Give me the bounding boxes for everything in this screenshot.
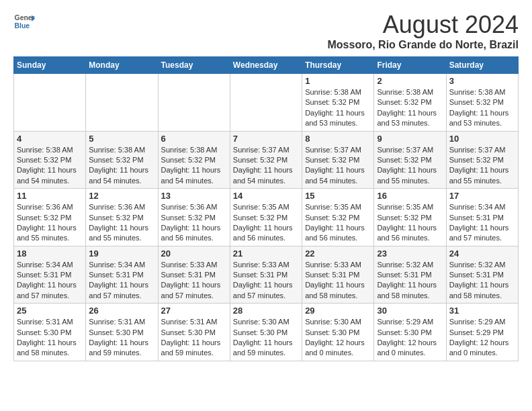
svg-text:Blue: Blue	[15, 22, 30, 30]
calendar-week-row: 18Sunrise: 5:34 AM Sunset: 5:31 PM Dayli…	[14, 246, 519, 304]
day-number: 27	[161, 306, 227, 316]
day-number: 16	[377, 191, 443, 201]
day-number: 30	[377, 306, 443, 316]
table-row: 21Sunrise: 5:33 AM Sunset: 5:31 PM Dayli…	[230, 246, 302, 304]
day-info: Sunrise: 5:37 AM Sunset: 5:32 PM Dayligh…	[233, 145, 299, 187]
day-info: Sunrise: 5:30 AM Sunset: 5:30 PM Dayligh…	[305, 317, 371, 359]
table-row: 5Sunrise: 5:38 AM Sunset: 5:32 PM Daylig…	[86, 131, 158, 189]
table-row: 2Sunrise: 5:38 AM Sunset: 5:32 PM Daylig…	[374, 74, 446, 132]
table-row: 9Sunrise: 5:37 AM Sunset: 5:32 PM Daylig…	[374, 131, 446, 189]
table-row: 30Sunrise: 5:29 AM Sunset: 5:30 PM Dayli…	[374, 304, 446, 361]
day-info: Sunrise: 5:33 AM Sunset: 5:31 PM Dayligh…	[233, 260, 299, 302]
table-row: 7Sunrise: 5:37 AM Sunset: 5:32 PM Daylig…	[230, 131, 302, 189]
day-info: Sunrise: 5:35 AM Sunset: 5:32 PM Dayligh…	[233, 202, 299, 244]
day-info: Sunrise: 5:38 AM Sunset: 5:32 PM Dayligh…	[17, 145, 83, 187]
table-row: 11Sunrise: 5:36 AM Sunset: 5:32 PM Dayli…	[14, 189, 86, 246]
day-number: 2	[377, 76, 443, 86]
day-number: 11	[17, 191, 83, 201]
day-info: Sunrise: 5:33 AM Sunset: 5:31 PM Dayligh…	[161, 260, 227, 302]
calendar-table: Sunday Monday Tuesday Wednesday Thursday…	[13, 56, 519, 361]
day-info: Sunrise: 5:37 AM Sunset: 5:32 PM Dayligh…	[449, 145, 515, 187]
main-title: August 2024	[328, 11, 519, 39]
table-row: 28Sunrise: 5:30 AM Sunset: 5:30 PM Dayli…	[230, 304, 302, 361]
day-info: Sunrise: 5:37 AM Sunset: 5:32 PM Dayligh…	[305, 145, 371, 187]
table-row	[158, 74, 230, 132]
day-number: 6	[161, 134, 227, 144]
table-row: 8Sunrise: 5:37 AM Sunset: 5:32 PM Daylig…	[302, 131, 374, 189]
table-row: 3Sunrise: 5:38 AM Sunset: 5:32 PM Daylig…	[446, 74, 518, 132]
table-row: 13Sunrise: 5:36 AM Sunset: 5:32 PM Dayli…	[158, 189, 230, 246]
col-saturday: Saturday	[446, 57, 518, 74]
table-row: 18Sunrise: 5:34 AM Sunset: 5:31 PM Dayli…	[14, 246, 86, 304]
col-thursday: Thursday	[302, 57, 374, 74]
day-info: Sunrise: 5:38 AM Sunset: 5:32 PM Dayligh…	[377, 87, 443, 129]
table-row: 29Sunrise: 5:30 AM Sunset: 5:30 PM Dayli…	[302, 304, 374, 361]
table-row: 14Sunrise: 5:35 AM Sunset: 5:32 PM Dayli…	[230, 189, 302, 246]
day-info: Sunrise: 5:29 AM Sunset: 5:29 PM Dayligh…	[449, 317, 515, 359]
day-number: 9	[377, 134, 443, 144]
day-info: Sunrise: 5:32 AM Sunset: 5:31 PM Dayligh…	[377, 260, 443, 302]
table-row: 15Sunrise: 5:35 AM Sunset: 5:32 PM Dayli…	[302, 189, 374, 246]
table-row: 26Sunrise: 5:31 AM Sunset: 5:30 PM Dayli…	[86, 304, 158, 361]
title-block: August 2024 Mossoro, Rio Grande do Norte…	[328, 11, 519, 51]
day-info: Sunrise: 5:37 AM Sunset: 5:32 PM Dayligh…	[377, 145, 443, 187]
table-row: 19Sunrise: 5:34 AM Sunset: 5:31 PM Dayli…	[86, 246, 158, 304]
day-number: 8	[305, 134, 371, 144]
logo: General Blue	[13, 11, 35, 32]
day-info: Sunrise: 5:31 AM Sunset: 5:30 PM Dayligh…	[161, 317, 227, 359]
day-number: 28	[233, 306, 299, 316]
table-row: 22Sunrise: 5:33 AM Sunset: 5:31 PM Dayli…	[302, 246, 374, 304]
day-number: 14	[233, 191, 299, 201]
day-number: 26	[89, 306, 154, 316]
table-row: 27Sunrise: 5:31 AM Sunset: 5:30 PM Dayli…	[158, 304, 230, 361]
page-header: General Blue August 2024 Mossoro, Rio Gr…	[13, 11, 519, 51]
col-monday: Monday	[86, 57, 158, 74]
day-info: Sunrise: 5:36 AM Sunset: 5:32 PM Dayligh…	[161, 202, 227, 244]
table-row: 10Sunrise: 5:37 AM Sunset: 5:32 PM Dayli…	[446, 131, 518, 189]
table-row: 24Sunrise: 5:32 AM Sunset: 5:31 PM Dayli…	[446, 246, 518, 304]
table-row	[230, 74, 302, 132]
day-info: Sunrise: 5:38 AM Sunset: 5:32 PM Dayligh…	[305, 87, 371, 129]
day-number: 15	[305, 191, 371, 201]
day-info: Sunrise: 5:30 AM Sunset: 5:30 PM Dayligh…	[233, 317, 299, 359]
day-info: Sunrise: 5:31 AM Sunset: 5:30 PM Dayligh…	[89, 317, 154, 359]
calendar-week-row: 4Sunrise: 5:38 AM Sunset: 5:32 PM Daylig…	[14, 131, 519, 189]
day-number: 31	[449, 306, 515, 316]
day-number: 5	[89, 134, 154, 144]
day-info: Sunrise: 5:34 AM Sunset: 5:31 PM Dayligh…	[17, 260, 83, 302]
day-info: Sunrise: 5:35 AM Sunset: 5:32 PM Dayligh…	[377, 202, 443, 244]
day-number: 25	[17, 306, 83, 316]
table-row: 6Sunrise: 5:38 AM Sunset: 5:32 PM Daylig…	[158, 131, 230, 189]
day-number: 29	[305, 306, 371, 316]
day-number: 10	[449, 134, 515, 144]
day-number: 1	[305, 76, 371, 86]
table-row: 17Sunrise: 5:34 AM Sunset: 5:31 PM Dayli…	[446, 189, 518, 246]
day-info: Sunrise: 5:29 AM Sunset: 5:30 PM Dayligh…	[377, 317, 443, 359]
day-info: Sunrise: 5:38 AM Sunset: 5:32 PM Dayligh…	[161, 145, 227, 187]
day-info: Sunrise: 5:36 AM Sunset: 5:32 PM Dayligh…	[17, 202, 83, 244]
day-number: 4	[17, 134, 83, 144]
day-info: Sunrise: 5:31 AM Sunset: 5:30 PM Dayligh…	[17, 317, 83, 359]
table-row: 1Sunrise: 5:38 AM Sunset: 5:32 PM Daylig…	[302, 74, 374, 132]
day-number: 7	[233, 134, 299, 144]
day-number: 18	[17, 248, 83, 259]
day-number: 3	[449, 76, 515, 86]
day-number: 20	[161, 248, 227, 259]
day-number: 19	[89, 248, 154, 259]
day-number: 24	[449, 248, 515, 259]
calendar-week-row: 25Sunrise: 5:31 AM Sunset: 5:30 PM Dayli…	[14, 304, 519, 361]
day-info: Sunrise: 5:33 AM Sunset: 5:31 PM Dayligh…	[305, 260, 371, 302]
table-row: 31Sunrise: 5:29 AM Sunset: 5:29 PM Dayli…	[446, 304, 518, 361]
table-row: 23Sunrise: 5:32 AM Sunset: 5:31 PM Dayli…	[374, 246, 446, 304]
table-row: 4Sunrise: 5:38 AM Sunset: 5:32 PM Daylig…	[14, 131, 86, 189]
day-number: 12	[89, 191, 154, 201]
sub-title: Mossoro, Rio Grande do Norte, Brazil	[328, 39, 519, 51]
table-row	[14, 74, 86, 132]
logo-icon: General Blue	[13, 11, 35, 32]
table-row: 16Sunrise: 5:35 AM Sunset: 5:32 PM Dayli…	[374, 189, 446, 246]
day-info: Sunrise: 5:34 AM Sunset: 5:31 PM Dayligh…	[449, 202, 515, 244]
calendar-week-row: 1Sunrise: 5:38 AM Sunset: 5:32 PM Daylig…	[14, 74, 519, 132]
table-row	[86, 74, 158, 132]
table-row: 25Sunrise: 5:31 AM Sunset: 5:30 PM Dayli…	[14, 304, 86, 361]
day-number: 21	[233, 248, 299, 259]
